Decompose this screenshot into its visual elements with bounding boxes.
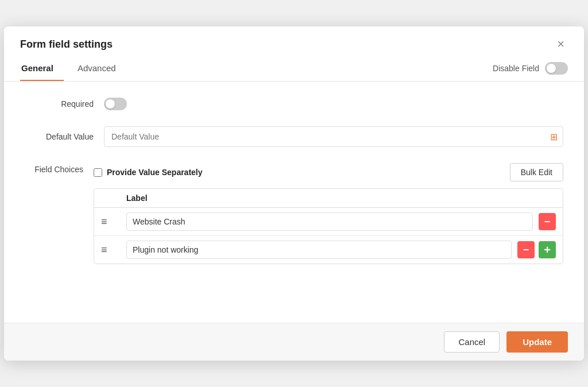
choices-table: Label ≡ − ≡ bbox=[94, 188, 563, 264]
choice-row-1: ≡ − bbox=[94, 208, 563, 236]
required-toggle-thumb bbox=[106, 99, 115, 109]
choice-row-2: ≡ − + bbox=[94, 236, 563, 264]
cancel-button[interactable]: Cancel bbox=[444, 331, 500, 353]
required-row: Required bbox=[25, 98, 563, 110]
required-label: Required bbox=[25, 99, 94, 109]
choices-top: Provide Value Separately Bulk Edit bbox=[94, 163, 563, 181]
default-value-wrapper: ⊞ bbox=[104, 126, 563, 147]
action-btns-2: − + bbox=[517, 241, 556, 258]
action-btns-1: − bbox=[539, 213, 556, 230]
tabs-row: General Advanced Disable Field bbox=[4, 55, 584, 82]
update-button[interactable]: Update bbox=[506, 331, 568, 353]
modal-container: Form field settings × General Advanced D… bbox=[4, 26, 584, 361]
close-button[interactable]: × bbox=[554, 37, 568, 52]
default-value-input[interactable] bbox=[104, 126, 563, 147]
default-value-label: Default Value bbox=[25, 132, 94, 141]
modal-footer: Cancel Update bbox=[4, 323, 584, 361]
drag-icon-1[interactable]: ≡ bbox=[101, 216, 121, 228]
remove-button-2[interactable]: − bbox=[517, 241, 535, 258]
add-button-2[interactable]: + bbox=[539, 241, 556, 258]
table-header: Label bbox=[94, 189, 563, 208]
toggle-thumb bbox=[547, 64, 556, 73]
drag-icon-2[interactable]: ≡ bbox=[101, 244, 121, 256]
modal-body: Required Default Value ⊞ Field Choices P… bbox=[4, 82, 584, 323]
field-choices-label: Field Choices bbox=[25, 165, 94, 174]
provide-value-checkbox[interactable] bbox=[94, 168, 102, 177]
provide-value-label: Provide Value Separately bbox=[107, 168, 203, 177]
tabs-container: General Advanced bbox=[20, 55, 139, 81]
disable-field-row: Disable Field bbox=[493, 62, 568, 75]
modal-header: Form field settings × bbox=[4, 26, 584, 52]
choices-right: Provide Value Separately Bulk Edit Label… bbox=[94, 163, 563, 264]
tab-general[interactable]: General bbox=[20, 55, 64, 81]
default-value-row: Default Value ⊞ bbox=[25, 126, 563, 147]
provide-value-row: Provide Value Separately bbox=[94, 168, 203, 177]
field-choices-row: Field Choices Provide Value Separately B… bbox=[25, 163, 563, 264]
required-toggle[interactable] bbox=[104, 98, 127, 110]
remove-button-1[interactable]: − bbox=[539, 213, 556, 230]
disable-field-toggle[interactable] bbox=[545, 62, 568, 75]
grid-icon: ⊞ bbox=[550, 131, 558, 142]
choice-input-1[interactable] bbox=[126, 212, 533, 231]
choice-input-2[interactable] bbox=[126, 241, 512, 259]
tab-advanced[interactable]: Advanced bbox=[76, 55, 126, 81]
col-label-header: Label bbox=[126, 194, 510, 203]
modal-title: Form field settings bbox=[20, 38, 113, 51]
disable-field-label: Disable Field bbox=[493, 64, 539, 73]
bulk-edit-button[interactable]: Bulk Edit bbox=[510, 163, 563, 181]
